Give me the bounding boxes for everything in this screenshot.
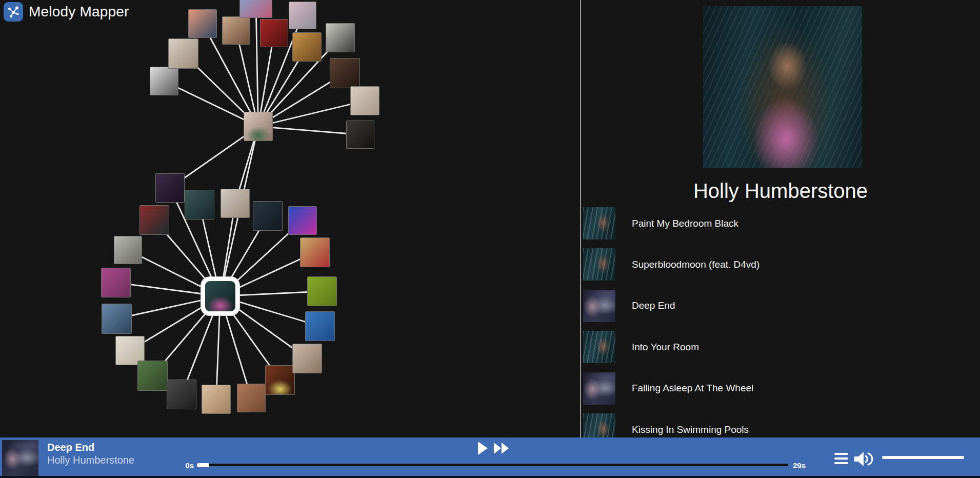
- track-title: Superbloodmoon (feat. D4vd): [632, 259, 759, 270]
- track-thumbnail: [583, 290, 615, 322]
- artist-node[interactable]: [222, 16, 250, 45]
- artist-node[interactable]: [326, 23, 355, 52]
- seek-bar-played[interactable]: [197, 463, 210, 467]
- track-thumbnail: [583, 331, 615, 363]
- artist-node[interactable]: [167, 380, 196, 409]
- artist-node[interactable]: [253, 201, 283, 231]
- track-title: Kissing In Swimming Pools: [632, 424, 749, 435]
- track-row[interactable]: Kissing In Swimming Pools: [581, 413, 971, 437]
- artist-node[interactable]: [346, 121, 374, 149]
- now-playing-title: Deep End: [47, 442, 94, 453]
- app-brand: Melody Mapper: [4, 2, 129, 22]
- artist-node[interactable]: [288, 206, 317, 235]
- artist-node[interactable]: [150, 67, 178, 95]
- artist-node[interactable]: [239, 0, 272, 18]
- track-row[interactable]: Into Your Room: [581, 331, 971, 363]
- artist-node[interactable]: [101, 268, 131, 297]
- play-icon[interactable]: [474, 441, 490, 456]
- track-thumbnail: [583, 248, 615, 281]
- track-row[interactable]: Paint My Bedroom Black: [581, 207, 971, 240]
- artist-node[interactable]: [139, 205, 169, 235]
- track-title: Into Your Room: [632, 342, 699, 353]
- artist-node[interactable]: [289, 2, 316, 29]
- seek-bar-remaining[interactable]: [209, 464, 788, 466]
- artist-node[interactable]: [237, 384, 266, 412]
- track-thumbnail: [583, 413, 615, 437]
- time-elapsed: 0s: [174, 461, 194, 470]
- artist-node[interactable]: [221, 189, 250, 218]
- queue-icon[interactable]: [834, 453, 848, 465]
- artist-node[interactable]: [300, 237, 330, 267]
- player-bottom-strip: [0, 476, 980, 478]
- artist-node[interactable]: [292, 344, 322, 373]
- now-playing-art: [2, 440, 38, 476]
- artist-node[interactable]: [168, 38, 198, 69]
- track-title: Falling Asleep At The Wheel: [632, 383, 753, 394]
- hub-artist-node[interactable]: [244, 112, 273, 141]
- artist-node[interactable]: [307, 276, 337, 306]
- track-title: Deep End: [632, 300, 675, 311]
- track-thumbnail: [583, 207, 615, 240]
- artist-node[interactable]: [350, 86, 379, 115]
- track-row[interactable]: Falling Asleep At The Wheel: [581, 372, 971, 405]
- artist-node[interactable]: [185, 190, 214, 220]
- track-thumbnail: [583, 372, 615, 405]
- artist-node[interactable]: [305, 311, 335, 341]
- fast-forward-icon[interactable]: [492, 441, 512, 456]
- artist-node[interactable]: [102, 304, 132, 334]
- track-row[interactable]: Deep End: [581, 290, 971, 322]
- artist-node[interactable]: [137, 361, 168, 391]
- player-bar: Deep End Holly Humberstone 0s 29s: [0, 437, 980, 478]
- similarity-graph[interactable]: [0, 0, 580, 437]
- track-list[interactable]: Paint My Bedroom BlackSuperbloodmoon (fe…: [581, 0, 980, 437]
- track-title: Paint My Bedroom Black: [632, 218, 738, 229]
- time-total: 29s: [793, 461, 806, 470]
- artist-node-image: [205, 281, 235, 311]
- selected-artist-node[interactable]: [201, 277, 239, 315]
- app-title: Melody Mapper: [29, 4, 129, 20]
- artist-node[interactable]: [260, 19, 288, 47]
- now-playing-artist: Holly Humberstone: [47, 454, 134, 466]
- track-row[interactable]: Superbloodmoon (feat. D4vd): [581, 248, 971, 281]
- melody-mapper-logo-icon: [4, 2, 23, 22]
- artist-node[interactable]: [265, 365, 295, 395]
- artist-panel: Holly Humberstone Paint My Bedroom Black…: [581, 0, 980, 437]
- artist-node[interactable]: [292, 32, 322, 62]
- speaker-icon[interactable]: [852, 450, 875, 468]
- artist-node[interactable]: [330, 58, 360, 88]
- volume-slider[interactable]: [882, 456, 964, 459]
- artist-node[interactable]: [202, 385, 231, 414]
- artist-node[interactable]: [114, 236, 142, 264]
- artist-node[interactable]: [188, 9, 217, 38]
- artist-node[interactable]: [155, 173, 185, 203]
